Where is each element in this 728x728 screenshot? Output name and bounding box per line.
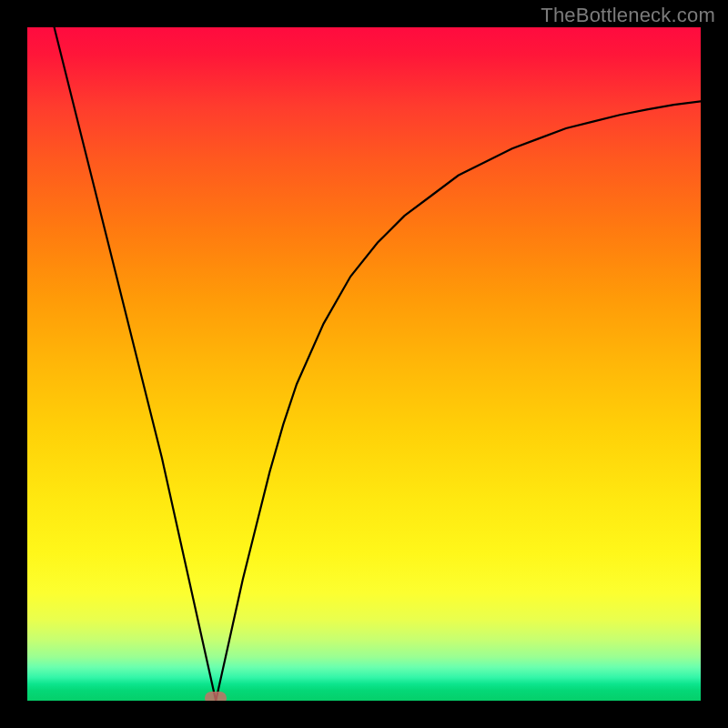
optimal-point-marker: [205, 692, 227, 701]
curve-layer: [27, 27, 701, 701]
bottleneck-curve: [55, 27, 701, 701]
watermark-text: TheBottleneck.com: [541, 4, 715, 27]
chart-frame: TheBottleneck.com: [0, 0, 728, 728]
plot-area: [27, 27, 701, 701]
